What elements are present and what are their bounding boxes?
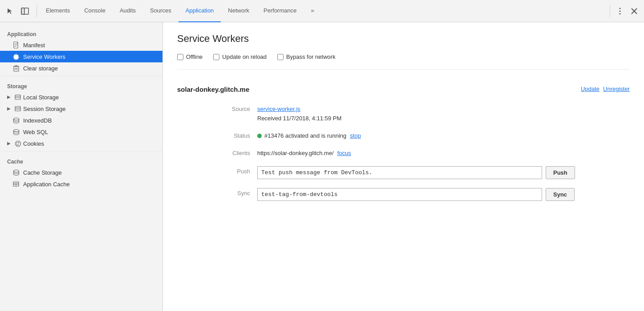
gear-icon <box>12 53 20 60</box>
application-cache-label: Application Cache <box>23 181 70 188</box>
sidebar-item-session-storage[interactable]: ▶ Session Storage <box>0 103 162 115</box>
page-title: Service Workers <box>177 33 630 45</box>
sidebar-item-cache-storage[interactable]: Cache Storage <box>0 167 162 178</box>
svg-rect-17 <box>15 95 20 99</box>
local-storage-label: Local Storage <box>23 94 59 101</box>
options-row: Offline Update on reload Bypass for netw… <box>177 53 630 70</box>
offline-option[interactable]: Offline <box>177 53 203 60</box>
push-label: Push <box>222 160 257 178</box>
bypass-for-network-label: Bypass for network <box>286 53 336 60</box>
stop-link[interactable]: stop <box>350 132 361 139</box>
close-icon[interactable] <box>628 5 640 17</box>
update-on-reload-option[interactable]: Update on reload <box>213 53 267 60</box>
tab-network[interactable]: Network <box>221 0 256 22</box>
web-sql-label: Web SQL <box>23 129 48 135</box>
svg-point-23 <box>13 118 19 120</box>
status-text: #13476 activated and is running <box>264 132 346 139</box>
svg-rect-1 <box>21 8 24 14</box>
cache-storage-icon <box>12 169 20 176</box>
sidebar-item-manifest[interactable]: Manifest <box>0 39 162 51</box>
sidebar-section-storage: Storage <box>0 78 162 91</box>
worker-entry: Update Unregister solar-donkey.glitch.me… <box>177 78 630 212</box>
indexeddb-label: IndexedDB <box>23 117 52 124</box>
focus-link[interactable]: focus <box>337 150 351 156</box>
push-input[interactable] <box>257 166 542 179</box>
worker-actions: Update Unregister <box>581 86 630 92</box>
sidebar-item-web-sql[interactable]: Web SQL <box>0 126 162 138</box>
worker-hostname: solar-donkey.glitch.me <box>177 86 630 93</box>
update-link[interactable]: Update <box>581 86 599 92</box>
manifest-label: Manifest <box>23 42 45 49</box>
sidebar-item-clear-storage[interactable]: Clear storage <box>0 62 162 74</box>
dock-icon[interactable] <box>19 5 31 17</box>
status-label: Status <box>222 125 257 143</box>
top-bar: Elements Console Audits Sources Applicat… <box>0 0 644 22</box>
sync-input-row: Sync <box>257 188 630 201</box>
top-bar-right <box>610 5 640 17</box>
more-menu-icon[interactable] <box>614 5 626 17</box>
source-label: Source <box>222 102 257 116</box>
clients-url: https://solar-donkey.glitch.me/ <box>257 150 334 156</box>
offline-label: Offline <box>186 53 203 60</box>
svg-point-4 <box>620 13 621 14</box>
local-storage-icon <box>14 94 21 101</box>
cookies-icon <box>14 140 21 147</box>
cookies-label: Cookies <box>23 140 44 147</box>
status-dot <box>257 134 262 138</box>
sidebar-section-application: Application <box>0 26 162 39</box>
offline-checkbox[interactable] <box>177 54 183 60</box>
svg-point-32 <box>13 170 19 172</box>
tab-console[interactable]: Console <box>77 0 113 22</box>
indexeddb-icon <box>12 117 20 124</box>
cache-storage-label: Cache Storage <box>23 169 62 176</box>
service-workers-label: Service Workers <box>23 53 65 60</box>
bypass-for-network-checkbox[interactable] <box>277 54 284 60</box>
clients-value: https://solar-donkey.glitch.me/ focus <box>257 143 630 160</box>
divider-storage <box>0 76 162 76</box>
source-value: service-worker.js Received 11/7/2018, 4:… <box>257 102 630 125</box>
main-layout: Application Manifest Service Workers Cle… <box>0 22 644 311</box>
svg-point-26 <box>16 143 17 143</box>
push-button[interactable]: Push <box>546 166 575 179</box>
trash-icon <box>12 65 20 72</box>
tab-performance[interactable]: Performance <box>256 0 304 22</box>
content-inner: Service Workers Offline Update on reload… <box>163 22 644 222</box>
sync-row: Sync <box>257 183 630 205</box>
sidebar-item-service-workers[interactable]: Service Workers <box>0 51 162 62</box>
bypass-for-network-option[interactable]: Bypass for network <box>277 53 336 60</box>
tab-application[interactable]: Application <box>178 0 221 22</box>
document-icon <box>12 41 20 49</box>
sidebar-item-indexeddb[interactable]: IndexedDB <box>0 115 162 126</box>
svg-rect-20 <box>15 106 20 111</box>
tab-elements[interactable]: Elements <box>39 0 77 22</box>
sidebar-item-local-storage[interactable]: ▶ Local Storage <box>0 91 162 103</box>
svg-point-2 <box>620 8 621 9</box>
toolbar-icons <box>4 5 37 17</box>
websql-icon <box>12 128 20 135</box>
svg-point-28 <box>18 144 19 145</box>
push-row: Push <box>257 160 630 183</box>
unregister-link[interactable]: Unregister <box>603 86 630 92</box>
cursor-icon[interactable] <box>4 5 16 17</box>
update-on-reload-checkbox[interactable] <box>213 54 219 60</box>
sync-input[interactable] <box>257 188 542 201</box>
clear-storage-label: Clear storage <box>23 65 58 72</box>
sidebar-item-application-cache[interactable]: Application Cache <box>0 178 162 190</box>
svg-point-3 <box>620 10 621 12</box>
status-value: #13476 activated and is running stop <box>257 125 630 143</box>
sidebar-item-cookies[interactable]: ▶ Cookies <box>0 138 162 149</box>
tab-more[interactable]: » <box>304 0 321 22</box>
sync-label: Sync <box>222 183 257 200</box>
app-cache-icon <box>12 180 20 188</box>
source-link[interactable]: service-worker.js <box>257 106 300 112</box>
svg-point-24 <box>13 129 19 131</box>
sidebar-section-cache: Cache <box>0 153 162 167</box>
tab-sources[interactable]: Sources <box>143 0 178 22</box>
svg-point-25 <box>15 141 20 146</box>
session-storage-icon <box>14 105 21 112</box>
chevron-right-icon3: ▶ <box>7 141 12 146</box>
sync-button[interactable]: Sync <box>546 188 575 201</box>
update-on-reload-label: Update on reload <box>222 53 267 60</box>
session-storage-label: Session Storage <box>23 106 65 112</box>
tab-audits[interactable]: Audits <box>113 0 143 22</box>
